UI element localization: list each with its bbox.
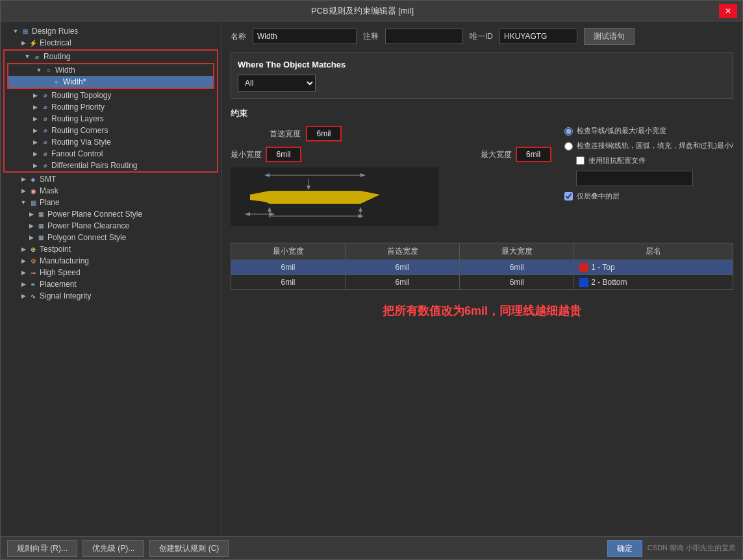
power-connect-icon: ▦	[36, 210, 46, 219]
tree-item-width[interactable]: ▼ ≈ Width	[8, 64, 213, 76]
arrow-high-speed: ▶	[19, 268, 28, 277]
impedance-dropdown[interactable]	[576, 171, 693, 186]
diff-pairs-icon: ⌀	[40, 161, 50, 170]
min-value[interactable]: 6mil	[266, 147, 301, 162]
tree-item-manufacturing[interactable]: ▶ ⚙ Manufacturing	[1, 255, 221, 267]
arrow-electrical: ▶	[19, 38, 28, 47]
tree-label-placement: Placement	[40, 280, 77, 289]
max-label: 最大宽度	[481, 149, 512, 160]
cell-max-0: 6mil	[460, 260, 574, 275]
rule-wizard-button[interactable]: 规则向导 (R)...	[7, 540, 77, 557]
table-row[interactable]: 6mil6mil6mil1 - Top	[231, 260, 733, 275]
tree-item-electrical[interactable]: ▶ ⚡ Electrical	[1, 37, 221, 49]
tree-item-power-connect[interactable]: ▶ ▦ Power Plane Connect Style	[1, 208, 221, 220]
tree-item-fanout[interactable]: ▶ ⌀ Fanout Control	[5, 148, 217, 160]
tree-label-routing-via: Routing Via Style	[51, 138, 111, 147]
routing-priority-icon: ⌀	[40, 103, 50, 112]
smt-icon: ◈	[28, 175, 38, 184]
col-max-width: 最大宽度	[460, 243, 574, 260]
arrow-width-star	[42, 77, 51, 86]
arrow-power-connect: ▶	[27, 210, 36, 219]
name-row: 名称 注释 唯一ID 测试语句	[231, 28, 733, 45]
routing-via-icon: ⌀	[40, 138, 50, 147]
arrow-signal-integrity: ▶	[19, 291, 28, 300]
tree-item-routing-topology[interactable]: ▶ ⌀ Routing Topology	[5, 90, 217, 101]
tree-label-routing-layers: Routing Layers	[51, 114, 104, 123]
close-button[interactable]: ✕	[719, 4, 737, 18]
confirm-button[interactable]: 确定	[607, 540, 642, 557]
tree-label-routing-topology: Routing Topology	[51, 91, 112, 100]
cell-min-1: 6mil	[231, 275, 346, 290]
tree-item-routing-priority[interactable]: ▶ ⌀ Routing Priority	[5, 101, 217, 113]
arrow-design-rules: ▼	[11, 27, 20, 36]
constraint-right: 检查导线/弧的最大/最小宽度 检查连接铜(线轨，圆弧，填充，焊盘和过孔)最小/ …	[564, 126, 733, 230]
tree-item-polygon-connect[interactable]: ▶ ▦ Polygon Connect Style	[1, 232, 221, 243]
tree-label-width-star: Width*	[63, 77, 86, 86]
polygon-connect-icon: ▦	[36, 233, 46, 242]
constraint-inner: 首选宽度 6mil 最小宽度 6mil 最大宽度 6mil	[231, 126, 733, 230]
tree-item-routing-via[interactable]: ▶ ⌀ Routing Via Style	[5, 136, 217, 148]
watermark: CSDN 聊询 小阳先生的宝库	[648, 543, 736, 553]
tree-label-electrical: Electrical	[40, 38, 71, 47]
radio-check-wire[interactable]	[564, 127, 573, 136]
id-label: 唯一ID	[470, 31, 493, 42]
arrow-manufacturing: ▶	[19, 256, 28, 265]
tree-label-width: Width	[55, 66, 75, 75]
cell-layer-1: 2 - Bottom	[574, 275, 733, 290]
layer-checkbox[interactable]	[564, 192, 573, 201]
tree-label-signal-integrity: Signal Integrity	[40, 291, 91, 300]
arrow-routing-topology: ▶	[31, 91, 40, 100]
col-min-width: 最小宽度	[231, 243, 346, 260]
radio-label-1: 检查导线/弧的最大/最小宽度	[577, 126, 666, 135]
tree-item-mask[interactable]: ▶ ◉ Mask	[1, 185, 221, 197]
col-preferred-width: 首选宽度	[346, 243, 460, 260]
tree-item-diff-pairs[interactable]: ▶ ⌀ Differential Pairs Routing	[5, 160, 217, 171]
tree-item-power-clearance[interactable]: ▶ ▦ Power Plane Clearance	[1, 220, 221, 232]
tree-item-high-speed[interactable]: ▶ ⇒ High Speed	[1, 267, 221, 278]
preferred-label: 首选宽度	[270, 128, 301, 140]
arrow-routing-via: ▶	[31, 138, 40, 147]
impedance-checkbox[interactable]	[576, 156, 585, 165]
constraint-section: 约束 首选宽度 6mil 最小宽度 6mil	[231, 108, 733, 230]
name-input[interactable]	[253, 29, 357, 44]
tree-label-plane: Plane	[40, 198, 60, 207]
testpoint-icon: ⊕	[28, 245, 38, 254]
arrow-fanout: ▶	[31, 149, 40, 158]
tree-item-routing-layers[interactable]: ▶ ⌀ Routing Layers	[5, 113, 217, 125]
constraint-left: 首选宽度 6mil 最小宽度 6mil 最大宽度 6mil	[231, 126, 551, 230]
max-value[interactable]: 6mil	[516, 147, 551, 162]
arrow-routing-layers: ▶	[31, 114, 40, 123]
id-input[interactable]	[499, 29, 577, 44]
tree-item-signal-integrity[interactable]: ▶ ∿ Signal Integrity	[1, 290, 221, 302]
tree-label-testpoint: Testpoint	[40, 245, 71, 254]
tree-item-design-rules[interactable]: ▼ ⊞ Design Rules	[1, 25, 221, 37]
arrow-routing-corners: ▶	[31, 126, 40, 135]
cell-layer-0: 1 - Top	[574, 260, 733, 275]
tree-item-routing[interactable]: ▼ ⌀ Routing	[5, 51, 217, 62]
tree-item-placement[interactable]: ▶ ≡ Placement	[1, 278, 221, 290]
create-default-button[interactable]: 创建默认规则 (C)	[149, 540, 229, 557]
tree-item-routing-corners[interactable]: ▶ ⌀ Routing Corners	[5, 125, 217, 136]
routing-topology-icon: ⌀	[40, 91, 50, 100]
tree-item-width-star[interactable]: ≈ Width*	[8, 76, 213, 88]
table-row[interactable]: 6mil6mil6mil2 - Bottom	[231, 275, 733, 290]
test-button[interactable]: 测试语句	[584, 28, 635, 45]
plane-icon: ▦	[28, 198, 38, 207]
preferred-value[interactable]: 6mil	[306, 126, 342, 141]
width-star-icon: ≈	[51, 77, 62, 86]
tree-item-plane[interactable]: ▼ ▦ Plane	[1, 197, 221, 208]
radio-check-copper[interactable]	[564, 142, 573, 151]
priority-button[interactable]: 优先级 (P)...	[82, 540, 144, 557]
routing-corners-icon: ⌀	[40, 126, 50, 135]
left-panel: ▼ ⊞ Design Rules ▶ ⚡ Electrical ▼ ⌀ Rout…	[1, 21, 221, 536]
match-dropdown[interactable]: All Net Net Class Layer Custom	[238, 75, 316, 91]
comment-input[interactable]	[385, 29, 463, 44]
tree-label-smt: SMT	[40, 175, 56, 184]
col-layer-name: 层名	[574, 243, 733, 260]
tree-item-smt[interactable]: ▶ ◈ SMT	[1, 173, 221, 185]
impedance-label: 使用阻抗配置文件	[588, 156, 646, 165]
arrow-polygon-connect: ▶	[27, 233, 36, 242]
check-row-impedance: 使用阻抗配置文件	[576, 156, 733, 165]
tree-label-design-rules: Design Rules	[32, 27, 78, 36]
tree-item-testpoint[interactable]: ▶ ⊕ Testpoint	[1, 243, 221, 255]
